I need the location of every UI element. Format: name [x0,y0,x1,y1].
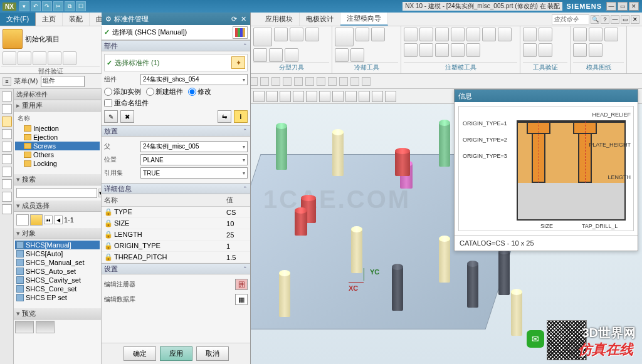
position-combo[interactable]: PLANE [140,154,248,165]
tb-icon[interactable] [339,77,348,86]
preview-header[interactable]: ▾预览 [14,308,101,320]
table-row[interactable]: 🔒SIZE10 [102,218,250,229]
ribbon-icon[interactable] [355,28,369,41]
library-icon[interactable] [233,26,248,39]
vp-icon[interactable] [293,91,304,102]
ok-button[interactable]: 确定 [124,346,156,361]
ribbon-icon[interactable] [573,43,587,57]
ribbon-icon[interactable] [435,43,449,57]
min-child-icon[interactable]: — [611,15,619,24]
vp-icon[interactable] [280,91,291,102]
tab-mold-wizard[interactable]: 注塑模向导 [340,13,388,26]
section-settings[interactable]: 设置 [102,263,250,274]
ribbon-icon[interactable] [350,48,364,62]
maximize-button[interactable]: ▭ [618,2,628,11]
redo-icon[interactable]: ↷ [42,1,52,11]
parent-combo[interactable]: 24集实例_misc_005 [140,141,248,152]
nav-icon[interactable] [2,104,12,114]
vp-icon[interactable] [372,91,383,102]
ribbon-icon[interactable] [3,51,16,65]
section-detail[interactable]: 详细信息 [102,183,250,194]
search-header[interactable]: ▾搜索 [14,174,101,185]
ribbon-icon[interactable] [466,28,480,41]
nav-icon[interactable] [2,129,12,139]
tab-electrode[interactable]: 电极设计 [300,13,340,26]
vp-icon[interactable] [345,91,357,102]
filter-combo[interactable]: 组件 [41,76,85,87]
section-part[interactable]: 部件 [102,40,250,51]
tree-item[interactable]: Screws [15,142,100,150]
vp-icon[interactable] [306,91,317,102]
member-header[interactable]: ▾成员选择 [14,200,101,212]
ribbon-icon[interactable] [466,43,480,57]
ribbon-icon[interactable] [573,28,587,41]
edit-db-button[interactable]: ▦ [235,294,248,305]
nav-icon[interactable] [2,142,12,152]
lib-search-input[interactable] [16,188,97,198]
list-item[interactable]: SHCS_Cavity_set [15,276,100,284]
apply-button[interactable]: 应用 [160,346,192,361]
ribbon-icon[interactable] [419,28,433,41]
vp-icon[interactable] [332,91,344,102]
ribbon-icon[interactable] [253,48,267,62]
tb-icon[interactable] [350,77,359,86]
nav-icon[interactable] [2,154,12,164]
vp-icon[interactable] [319,91,330,102]
tree-item[interactable]: Ejection [15,133,100,142]
menu-icon[interactable]: ≡ [3,77,11,86]
tb-icon[interactable] [283,77,292,86]
ribbon-icon[interactable] [285,48,298,62]
ribbon-icon[interactable] [253,28,272,46]
ribbon-icon[interactable] [451,43,465,57]
page-first[interactable]: ⏮ [44,216,53,224]
radio-add[interactable]: 添加实例 [104,87,141,96]
list-item[interactable]: SHCS[Manual] [15,241,100,249]
page-prev[interactable]: ◀ [54,216,63,224]
tb-icon[interactable] [260,77,269,86]
vp-icon[interactable] [385,91,396,102]
ribbon-icon[interactable] [274,28,288,41]
menu-label[interactable]: 菜单(M) [14,76,38,86]
ribbon-icon[interactable] [48,51,61,65]
search-input[interactable] [552,14,589,24]
tree-item[interactable]: Locking [15,159,100,168]
list-item[interactable]: SHCS_Core_set [15,284,100,293]
vp-icon[interactable] [266,91,278,102]
tb-icon[interactable] [271,77,280,86]
save-icon[interactable]: ▾ [19,1,29,11]
ribbon-icon[interactable] [335,28,354,46]
ribbon-icon[interactable] [604,28,618,41]
search-icon[interactable]: 🔍 [591,15,599,24]
tb-icon[interactable] [317,77,325,86]
ribbon-icon[interactable] [404,28,418,41]
component-combo[interactable]: 24集实例_shcs_054 [140,74,248,85]
ribbon-icon[interactable] [482,28,496,41]
preview-thumb[interactable] [15,321,34,333]
table-row[interactable]: 🔒TYPECS [102,207,250,218]
ribbon-icon[interactable] [404,43,418,57]
view-icon[interactable] [16,214,29,226]
ribbon-icon[interactable] [589,43,603,57]
rename-checkbox[interactable]: 重命名组件 [104,98,248,108]
flip-icon[interactable]: ⇆ [218,110,231,123]
radio-modify[interactable]: 修改 [188,87,211,96]
cancel-button[interactable]: 取消 [196,346,229,361]
ribbon-icon[interactable] [498,28,512,41]
undo-icon[interactable]: ↶ [31,1,41,11]
nav-icon[interactable] [2,204,12,214]
dialog-close-icon[interactable]: ✕ [241,15,246,23]
tab-app-module[interactable]: 应用模块 [259,13,300,26]
ribbon-icon[interactable] [371,28,385,41]
nav-icon[interactable] [2,167,12,177]
ribbon-icon[interactable] [33,51,46,65]
close-button[interactable]: ✕ [629,2,639,11]
ribbon-icon[interactable] [269,48,283,62]
list-item[interactable]: SHCS_Manual_set [15,258,100,267]
ribbon-icon[interactable] [523,43,537,57]
delete-icon[interactable]: ✖ [120,110,134,123]
filter-icon[interactable] [30,214,43,226]
ribbon-icon[interactable] [451,28,465,41]
table-row[interactable]: 🔒LENGTH25 [102,229,250,241]
ribbon-icon[interactable] [539,28,552,41]
copy-icon[interactable]: ⧉ [65,1,75,11]
